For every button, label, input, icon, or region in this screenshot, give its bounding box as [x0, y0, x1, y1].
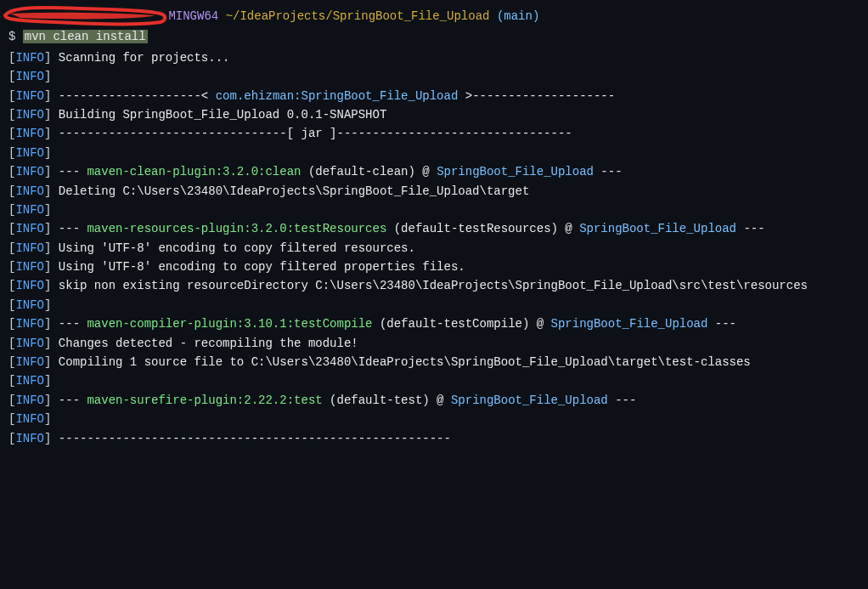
log-text: SpringBoot_File_Upload [437, 165, 594, 178]
log-text: --- [736, 222, 765, 235]
log-text: maven-compiler-plugin:3.10.1:testCompile [87, 317, 372, 331]
log-level-info: INFO [15, 127, 44, 140]
log-text: --- [707, 317, 736, 331]
log-text: >-------------------- [458, 89, 615, 103]
log-line: [INFO] [8, 296, 860, 314]
bracket-close: ] [44, 51, 59, 65]
bracket-close: ] [44, 260, 59, 274]
log-level-info: INFO [15, 355, 44, 369]
current-path: ~/IdeaProjects/SpringBoot_File_Upload [226, 9, 490, 23]
log-level-info: INFO [15, 108, 44, 122]
terminal-output[interactable]: MINGW64 ~/IdeaProjects/SpringBoot_File_U… [8, 7, 860, 448]
log-text: SpringBoot_File_Upload [451, 394, 608, 407]
log-line: [INFO] Scanning for projects... [8, 48, 860, 67]
log-line: [INFO] --- maven-compiler-plugin:3.10.1:… [8, 314, 860, 333]
log-text: skip non existing resourceDirectory C:\U… [59, 279, 808, 292]
log-line: [INFO] Using 'UTF-8' encoding to copy fi… [8, 239, 860, 258]
log-line: [INFO] --------------------------------[… [8, 124, 860, 143]
bracket-close: ] [44, 70, 59, 83]
log-text: --- [59, 222, 87, 235]
log-text: Building SpringBoot_File_Upload 0.0.1-SN… [59, 108, 386, 122]
log-line: [INFO] [8, 371, 860, 390]
log-text: maven-clean-plugin:3.2.0:clean [87, 165, 301, 178]
log-level-info: INFO [15, 337, 44, 350]
prompt-symbol: $ [8, 30, 15, 43]
log-line: [INFO] Changes detected - recompiling th… [8, 334, 860, 353]
log-text: (default-clean) [301, 165, 414, 178]
bracket-close: ] [44, 394, 59, 407]
log-level-info: INFO [15, 70, 44, 83]
log-text: com.ehizman:SpringBoot_File_Upload [216, 89, 459, 103]
bracket-close: ] [44, 222, 59, 235]
log-text: --- [608, 394, 637, 407]
log-text: --------------------< [59, 89, 216, 103]
bracket-close: ] [44, 184, 59, 198]
log-text: --- [59, 317, 87, 331]
log-level-info: INFO [15, 279, 44, 292]
log-level-info: INFO [15, 317, 44, 331]
log-text: --------------------------------[ jar ]-… [59, 127, 572, 140]
log-level-info: INFO [15, 222, 44, 235]
log-text: ----------------------------------------… [59, 432, 451, 445]
log-line: [INFO] --------------------< com.ehizman… [8, 87, 860, 105]
log-level-info: INFO [15, 260, 44, 274]
log-text: (default-testResources) [386, 222, 558, 235]
log-level-info: INFO [15, 394, 44, 407]
log-text: (default-test) [323, 394, 430, 407]
log-text: @ [558, 222, 579, 235]
log-level-info: INFO [15, 241, 44, 255]
log-text: maven-resources-plugin:3.2.0:testResourc… [87, 222, 386, 235]
bracket-close: ] [44, 241, 59, 255]
log-level-info: INFO [15, 51, 44, 65]
log-text: @ [430, 394, 451, 407]
log-level-info: INFO [15, 432, 44, 445]
bracket-close: ] [44, 108, 59, 122]
bracket-close: ] [44, 337, 59, 350]
shell-indicator: MINGW64 [168, 9, 218, 23]
log-line: [INFO] [8, 201, 860, 219]
log-line: [INFO] Compiling 1 source file to C:\Use… [8, 353, 860, 371]
log-text: --- [59, 394, 87, 407]
log-level-info: INFO [15, 184, 44, 198]
log-text: --- [59, 165, 87, 178]
bracket-close: ] [44, 355, 59, 369]
log-text: Using 'UTF-8' encoding to copy filtered … [59, 260, 465, 274]
log-text: SpringBoot_File_Upload [551, 317, 708, 331]
log-text: Changes detected - recompiling the modul… [59, 337, 358, 350]
prompt-line: MINGW64 ~/IdeaProjects/SpringBoot_File_U… [8, 7, 860, 25]
log-line: [INFO] Using 'UTF-8' encoding to copy fi… [8, 258, 860, 276]
bracket-close: ] [44, 203, 59, 217]
log-text: @ [415, 165, 437, 178]
log-line: [INFO] skip non existing resourceDirecto… [8, 276, 860, 295]
log-text: --- [594, 165, 623, 178]
log-line: [INFO] [8, 410, 860, 428]
bracket-close: ] [44, 432, 59, 445]
log-text: Deleting C:\Users\23480\IdeaProjects\Spr… [59, 184, 530, 198]
log-line: [INFO] Building SpringBoot_File_Upload 0… [8, 105, 860, 124]
log-line: [INFO] --- maven-clean-plugin:3.2.0:clea… [8, 162, 860, 181]
log-text: SpringBoot_File_Upload [579, 222, 736, 235]
log-level-info: INFO [15, 374, 44, 388]
bracket-close: ] [44, 298, 59, 312]
git-branch: (main) [497, 9, 539, 23]
bracket-close: ] [44, 279, 59, 292]
log-line: [INFO] --- maven-surefire-plugin:2.22.2:… [8, 391, 860, 410]
log-text: Using 'UTF-8' encoding to copy filtered … [59, 241, 415, 255]
bracket-close: ] [44, 412, 59, 426]
log-line: [INFO] ---------------------------------… [8, 429, 860, 448]
log-text: (default-testCompile) [373, 317, 530, 331]
bracket-close: ] [44, 165, 59, 178]
log-level-info: INFO [15, 89, 44, 103]
log-text: Scanning for projects... [59, 51, 230, 65]
bracket-close: ] [44, 374, 59, 388]
log-line: [INFO] [8, 67, 860, 86]
bracket-close: ] [44, 146, 59, 160]
log-output: [INFO] Scanning for projects...[INFO] [I… [8, 48, 860, 448]
log-level-info: INFO [15, 203, 44, 217]
command-line: $ mvn clean install [8, 27, 860, 46]
log-text: Compiling 1 source file to C:\Users\2348… [59, 355, 751, 369]
log-line: [INFO] --- maven-resources-plugin:3.2.0:… [8, 219, 860, 238]
redacted-username [8, 8, 161, 24]
log-line: [INFO] [8, 144, 860, 162]
log-line: [INFO] Deleting C:\Users\23480\IdeaProje… [8, 182, 860, 201]
